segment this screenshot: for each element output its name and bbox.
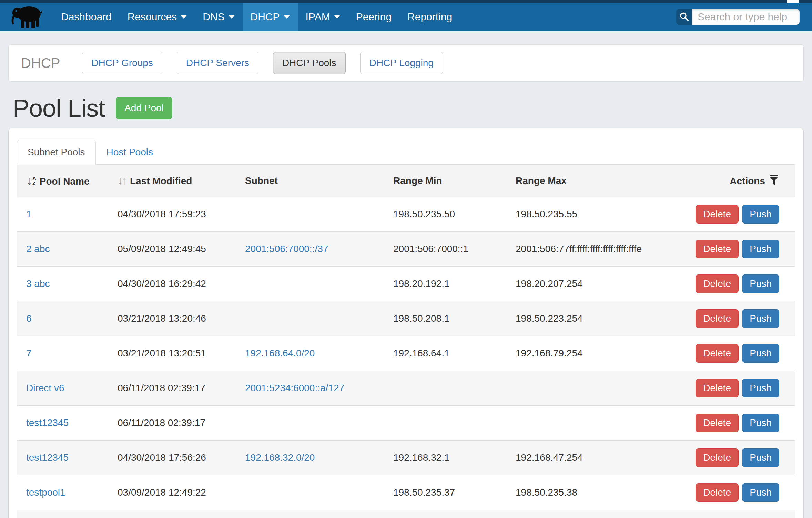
- filter-icon[interactable]: [769, 175, 779, 185]
- delete-button[interactable]: Delete: [696, 240, 739, 258]
- push-button[interactable]: Push: [742, 274, 779, 293]
- range-min-cell: 198.50.235.29: [384, 510, 506, 518]
- delete-button[interactable]: Delete: [696, 344, 739, 363]
- column-last-modified[interactable]: ↓↑Last Modified: [108, 165, 236, 197]
- pool-name-link[interactable]: 3 abc: [26, 278, 50, 289]
- dhcp-pools-button[interactable]: DHCP Pools: [273, 52, 346, 74]
- table-row: test12345 06/11/2018 02:39:17 DeletePush: [17, 406, 795, 441]
- subnet-link[interactable]: 2001:506:7000::/37: [245, 244, 328, 254]
- section-label: DHCP: [21, 55, 60, 71]
- page-title: Pool List: [13, 94, 105, 122]
- nav-item-dhcp[interactable]: DHCP: [243, 3, 298, 31]
- add-pool-button[interactable]: Add Pool: [116, 97, 172, 119]
- range-max-cell: 198.50.223.254: [506, 301, 686, 336]
- range-max-cell: 198.20.207.254: [506, 267, 686, 301]
- last-modified-cell: 06/11/2018 02:39:17: [108, 371, 236, 406]
- mammoth-logo-icon: [10, 4, 45, 30]
- range-min-cell: [384, 406, 506, 441]
- column-pool-name[interactable]: ↓AZPool Name: [17, 165, 108, 197]
- nav-item-reporting[interactable]: Reporting: [399, 3, 460, 31]
- nav-item-ipam[interactable]: IPAM: [298, 3, 348, 31]
- last-modified-cell: 03/21/2018 13:20:46: [108, 301, 236, 336]
- sort-alpha-asc-icon[interactable]: ↓AZ: [26, 174, 36, 187]
- range-max-cell: 198.50.235.38: [506, 475, 686, 510]
- pool-table: ↓AZPool Name ↓↑Last Modified Subnet Rang…: [17, 165, 795, 518]
- pool-name-link[interactable]: 1: [26, 209, 32, 219]
- sort-arrows-icon[interactable]: ↓↑: [118, 174, 127, 187]
- table-row: 6 03/21/2018 13:20:46 198.50.208.1 198.5…: [17, 301, 795, 336]
- push-button[interactable]: Push: [742, 205, 779, 224]
- last-modified-cell: 05/09/2018 12:49:45: [108, 232, 236, 267]
- range-min-cell: 198.50.208.1: [384, 301, 506, 336]
- last-modified-cell: 03/21/2018 13:20:51: [108, 336, 236, 371]
- range-max-cell: 2001:506:77ff:ffff:ffff:ffff:ffff:fffe: [506, 232, 686, 267]
- delete-button[interactable]: Delete: [696, 483, 739, 502]
- range-max-cell: 192.168.79.254: [506, 336, 686, 371]
- chevron-down-icon: [334, 15, 340, 19]
- table-row: testpool1 03/09/2018 12:49:22 198.50.235…: [17, 475, 795, 510]
- pool-name-link[interactable]: test12345: [26, 452, 69, 463]
- search-input[interactable]: [692, 9, 800, 25]
- brand-logo[interactable]: [0, 3, 53, 31]
- heading-row: Pool List Add Pool: [13, 94, 804, 122]
- range-min-cell: 198.50.235.50: [384, 197, 506, 232]
- range-max-cell: 198.50.235.55: [506, 197, 686, 232]
- search-icon: [679, 11, 689, 23]
- delete-button[interactable]: Delete: [696, 205, 739, 224]
- pool-list-panel: Subnet Pools Host Pools ↓AZPool Name ↓↑L…: [8, 128, 804, 518]
- delete-button[interactable]: Delete: [696, 448, 739, 467]
- pool-name-link[interactable]: testpool1: [26, 487, 65, 498]
- table-row: 2 abc 05/09/2018 12:49:45 2001:506:7000:…: [17, 232, 795, 267]
- tab-host-pools[interactable]: Host Pools: [96, 140, 164, 165]
- navbar: Dashboard Resources DNS DHCP IPAM Peerin…: [0, 3, 812, 31]
- pool-tabs: Subnet Pools Host Pools: [17, 140, 795, 165]
- push-button[interactable]: Push: [742, 240, 779, 258]
- range-min-cell: [384, 371, 506, 406]
- table-header-row: ↓AZPool Name ↓↑Last Modified Subnet Rang…: [17, 165, 795, 197]
- nav-search-area: [676, 3, 812, 31]
- range-min-cell: 198.50.235.37: [384, 475, 506, 510]
- last-modified-cell: 04/27/2018 12:36:20: [108, 510, 236, 518]
- table-row: TestPool1 04/27/2018 12:36:20 198.50.235…: [17, 510, 795, 518]
- table-row: 3 abc 04/30/2018 16:29:42 198.20.192.1 1…: [17, 267, 795, 301]
- subnet-link[interactable]: 2001:5234:6000::a/127: [245, 383, 344, 393]
- push-button[interactable]: Push: [742, 483, 779, 502]
- push-button[interactable]: Push: [742, 448, 779, 467]
- push-button[interactable]: Push: [742, 379, 779, 397]
- pool-name-link[interactable]: test12345: [26, 417, 69, 428]
- nav-item-dashboard[interactable]: Dashboard: [53, 3, 120, 31]
- dhcp-servers-button[interactable]: DHCP Servers: [177, 52, 258, 74]
- push-button[interactable]: Push: [742, 344, 779, 363]
- top-strip: [0, 0, 812, 3]
- pool-name-link[interactable]: 6: [26, 313, 32, 324]
- range-max-cell: 198.50.235.30: [506, 510, 686, 518]
- push-button[interactable]: Push: [742, 309, 779, 328]
- pool-name-link[interactable]: 7: [26, 348, 32, 359]
- last-modified-cell: 04/30/2018 17:59:23: [108, 197, 236, 232]
- column-actions: Actions: [686, 165, 795, 197]
- range-max-cell: [506, 406, 686, 441]
- push-button[interactable]: Push: [742, 414, 779, 432]
- chevron-down-icon: [181, 15, 187, 19]
- delete-button[interactable]: Delete: [696, 309, 739, 328]
- nav-item-resources[interactable]: Resources: [120, 3, 195, 31]
- table-row: 7 03/21/2018 13:20:51 192.168.64.0/20 19…: [17, 336, 795, 371]
- range-min-cell: 2001:506:7000::1: [384, 232, 506, 267]
- nav-item-peering[interactable]: Peering: [348, 3, 399, 31]
- subnet-link[interactable]: 192.168.64.0/20: [245, 348, 315, 359]
- range-max-cell: 192.168.47.254: [506, 441, 686, 475]
- dhcp-logging-button[interactable]: DHCP Logging: [360, 52, 443, 74]
- delete-button[interactable]: Delete: [696, 379, 739, 397]
- nav-menu: Dashboard Resources DNS DHCP IPAM Peerin…: [53, 3, 460, 31]
- delete-button[interactable]: Delete: [696, 414, 739, 432]
- pool-name-link[interactable]: Direct v6: [26, 383, 64, 393]
- delete-button[interactable]: Delete: [696, 274, 739, 293]
- subnet-link[interactable]: 192.168.32.0/20: [245, 452, 315, 463]
- tab-subnet-pools[interactable]: Subnet Pools: [17, 140, 96, 165]
- table-row: Direct v6 06/11/2018 02:39:17 2001:5234:…: [17, 371, 795, 406]
- dhcp-groups-button[interactable]: DHCP Groups: [82, 52, 162, 74]
- pool-name-link[interactable]: 2 abc: [26, 244, 50, 254]
- nav-item-dns[interactable]: DNS: [195, 3, 242, 31]
- chevron-down-icon: [229, 15, 235, 19]
- search-button[interactable]: [676, 9, 692, 25]
